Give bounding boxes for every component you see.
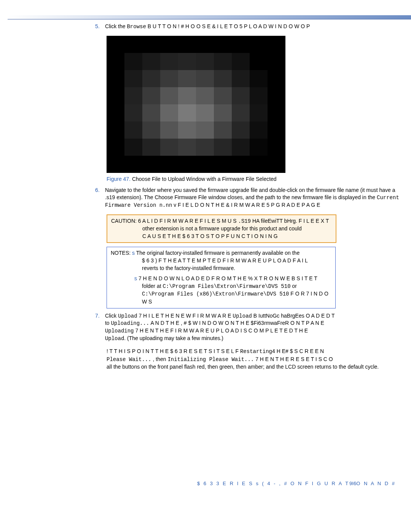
bullet-icon: s	[134, 275, 137, 281]
text: folder at	[142, 283, 162, 289]
text: B IuttNoGc haBrgEes O A D E D T	[252, 313, 335, 319]
step-6: 6. Navigate to the folder where you save…	[95, 187, 407, 209]
notes-line-4: s 7 H E N D O W N L O A D E D F R O M T …	[111, 275, 331, 283]
text: 7 H E N T H E R E S E T I S C O	[254, 356, 333, 362]
mono-text: Restarting	[240, 348, 272, 355]
mono-text: Upload	[105, 335, 124, 342]
notes-line-2: $ 6 3 ) F T H E A T T E M P T E D F I R …	[111, 257, 331, 265]
text: Navigate to the folder where you saved t…	[105, 187, 395, 200]
text: v F I E L D O N T H E & I R M W A R E 5 …	[172, 202, 320, 208]
reset-paragraph: ! T T H I S P O I N T T H E $ 6 3 R E S …	[107, 348, 403, 371]
notes-box: NOTES: s The original factory-installed …	[107, 247, 336, 308]
notes-label: NOTES:	[111, 250, 131, 256]
footer-text-a: $ 6 3 3 E R I E S s ( 4 - , # O N F I G …	[197, 481, 349, 486]
text: B U T T O N ! # H O O S E & I L E T O 5 …	[146, 23, 310, 29]
text: 6 A L I D F I R M W A R E F I L E S M U …	[137, 218, 238, 224]
step-7: 7. Click Upload 7 H I L E T H E N E W F …	[95, 312, 407, 343]
mono-text: Initializing Please Wait...	[167, 356, 254, 363]
page-number: 9I6	[349, 481, 356, 486]
text: A N D T H E , # $ W I N D O W O N T H E …	[149, 320, 324, 326]
mono-text: Uploading...	[111, 320, 149, 326]
step-5: 5. Click the Browse B U T T O N ! # H O …	[95, 23, 407, 30]
text: to	[105, 320, 111, 326]
caution-box: CAUTION: 6 A L I D F I R M W A R E F I L…	[107, 214, 336, 243]
step-text: Click the Browse B U T T O N ! # H O O S…	[105, 23, 402, 30]
figure-label: Figure 47.	[107, 176, 131, 182]
text: all the buttons on the front panel flash…	[107, 364, 379, 370]
step-number: 6.	[95, 187, 104, 194]
text: 4 H E# $ S C R E E N	[272, 348, 324, 354]
caution-label: CAUTION:	[111, 218, 137, 224]
browse-label: Browse	[127, 24, 146, 30]
mono-text: Upload	[233, 313, 252, 319]
notes-line-3: reverts to the factory-installed firmwar…	[111, 265, 331, 272]
text: . (The uploading may take a few minutes.…	[124, 335, 223, 341]
notes-line-6: C:\Program Files (x86)\Extron\Firmware\D…	[111, 290, 331, 305]
text: Click the	[105, 23, 127, 29]
caution-line-1: CAUTION: 6 A L I D F I R M W A R E F I L…	[111, 217, 332, 225]
mono-text: Upload	[118, 313, 137, 319]
page-footer: $ 6 3 3 E R I E S s ( 4 - , # O N F I G …	[197, 481, 396, 486]
mono-text: Please Wait...	[107, 356, 151, 363]
notes-line-5: folder at C:\Program Files\Extron\Firmwa…	[111, 283, 331, 291]
text: or	[291, 283, 297, 289]
step-text: Click Upload 7 H I L E T H E N E W F I R…	[105, 312, 402, 343]
header-rule	[8, 15, 411, 19]
text: The original factory-installed firmware …	[136, 250, 300, 256]
mono-text: Uploading	[105, 328, 134, 334]
footer-text-b: O N A N D #	[356, 481, 396, 486]
figure-caption: Figure 47. Choose File to Upload Window …	[107, 176, 407, 182]
bullet-icon: s	[132, 250, 135, 256]
step-number: 5.	[95, 23, 104, 30]
caution-line-2: other extension is not a firmware upgrad…	[111, 225, 332, 233]
text: 7 H E N D O W N L O A D E D F R O M T H …	[139, 275, 317, 281]
content: 5. Click the Browse B U T T O N ! # H O …	[95, 23, 407, 371]
figure-text: Choose File to Upload Window with a Firm…	[131, 176, 277, 182]
screenshot-placeholder	[107, 36, 285, 173]
page: 5. Click the Browse B U T T O N ! # H O …	[0, 0, 411, 532]
step-text: Navigate to the folder where you saved t…	[105, 187, 402, 209]
step-number: 7.	[95, 312, 104, 320]
mono-text: .S19	[238, 218, 251, 224]
path: C:\Program Files (x86)\Extron\Firmware\D…	[142, 291, 289, 297]
notes-line-1: NOTES: s The original factory-installed …	[111, 249, 331, 257]
text: 7 H E N T H E F I R M W A R E U P L O A …	[134, 328, 308, 334]
text: HA fileEwiTT bHrg. F I L E E X T	[251, 218, 329, 224]
text: , then	[151, 356, 168, 362]
caution-line-3: C A U S E T H E $ 6 3 T O S T O P F U N …	[111, 233, 332, 240]
path: C:\Program Files\Extron\Firmware\DVS 510	[162, 283, 290, 289]
text: ! T T H I S P O I N T T H E $ 6 3 R E S …	[107, 348, 240, 354]
text: 7 H I L E T H E N E W F I R M W A R E	[137, 313, 233, 319]
text: Click	[105, 313, 118, 319]
